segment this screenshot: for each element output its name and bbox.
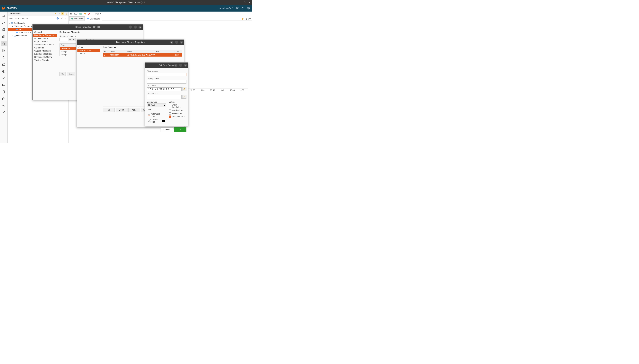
sidebar-network-icon[interactable] [1,68,6,74]
back-icon[interactable] [54,12,57,15]
dlg1-title: Object Properties - HP iLO [75,26,100,28]
filter-clear-icon[interactable] [64,17,68,20]
dlg1-maximize[interactable]: □ [134,26,137,28]
chk-raw[interactable] [169,112,171,114]
dlg2-add-button[interactable]: Add... [128,108,140,112]
popout-icon[interactable] [248,18,251,20]
dlg1-minimize[interactable]: ‒ [129,26,132,28]
os-minimize-button[interactable] [238,1,241,4]
sidebar-map-icon[interactable] [1,34,6,40]
grid-icon[interactable] [79,12,82,15]
sidebar-monitor-icon[interactable] [1,82,6,88]
radio-custom-color[interactable] [148,120,150,122]
svg-rect-47 [80,13,82,14]
type-row-gauge-1[interactable]: Gauge [60,50,76,53]
chk-multiple-match[interactable] [169,116,171,118]
numcol-minus[interactable]: − [68,38,72,42]
dlg2-minimize[interactable]: ‒ [170,41,173,44]
sidebar-gear-icon[interactable] [1,103,6,108]
filter-info-icon[interactable]: i [56,17,59,20]
dlg1-nav-comments[interactable]: Comments [33,46,57,49]
type-row-line-chart[interactable]: Line chart [60,47,76,50]
type-header: Type [60,44,76,47]
sidebar-exit-icon[interactable] [1,110,6,115]
dlg2-close[interactable]: ✕ [180,41,183,44]
user-label: admin@::1 [222,7,233,10]
dlg2-up-button[interactable]: Up [103,108,115,112]
delete-icon[interactable] [88,12,91,15]
sidebar-cloud-icon[interactable] [1,20,6,26]
dlg3-close[interactable]: ✕ [184,64,187,67]
sidebar-tools-icon[interactable] [1,96,6,102]
os-maximize-button[interactable] [243,1,246,4]
dlg2-nav-data-sources[interactable]: Data Sources [78,49,100,52]
numcol-input[interactable] [60,38,68,42]
dlg2-down-button[interactable]: Down [116,108,128,112]
dlg3-ok-button[interactable]: OK [174,128,186,132]
sidebar-dashboard-icon[interactable] [1,41,6,46]
dci-name-picker[interactable] [182,87,186,91]
dlg1-nav-general[interactable]: General [33,31,57,34]
sidebar-mobile-icon[interactable] [1,89,6,95]
display-format-input[interactable] [147,80,186,84]
svg-point-10 [238,8,238,8]
dlg3-cancel-button[interactable]: Cancel [160,128,173,132]
color-swatch[interactable] [162,120,165,122]
sidebar-chart-icon[interactable] [1,75,6,81]
display-type-select[interactable]: Default [147,103,166,107]
dci-name-input[interactable] [147,88,182,91]
tab-overview[interactable]: Overview [69,16,85,20]
sidebar-library-icon[interactable] [1,48,6,53]
dlg1-nav-auto-bind[interactable]: Automatic Bind Rules [33,43,57,46]
svg-point-12 [243,8,243,9]
poll-menu[interactable]: Poll ▾ [96,12,101,15]
sidebar-alarms-icon[interactable] [1,13,6,19]
info-icon[interactable] [247,6,250,10]
dlg3-maximize[interactable]: □ [179,64,182,67]
connection-indicator[interactable]: ::1 [214,7,216,10]
dlg1-nav-resp-users[interactable]: Responsible Users [33,56,57,59]
chk-thresholds[interactable] [169,105,171,107]
dlg1-close[interactable]: ✕ [138,26,142,28]
dlg2-nav-layout[interactable]: Layout [78,52,100,55]
dlg2-title: Dashboard Element Properties [116,41,144,44]
refresh-icon[interactable] [65,12,68,15]
export-icon[interactable] [83,12,86,15]
dlg1-nav-custom-attrs[interactable]: Custom Attributes [33,49,57,52]
radio-auto-color[interactable] [148,114,150,116]
dlg1-up-button[interactable]: Up [60,72,66,76]
user-menu[interactable]: admin@::1 [219,7,233,10]
dlg1-nav-ext-res[interactable]: External Resources [33,52,57,56]
app-logo: NetXMS [2,6,17,10]
save-icon[interactable] [242,18,245,20]
type-row-gauge-2[interactable]: Gauge [60,53,76,56]
dlg1-nav-access-control[interactable]: Access Control [33,37,57,40]
display-name-input[interactable] [147,72,186,76]
sidebar-tag-icon[interactable] [1,55,6,60]
filter-input[interactable] [15,17,55,20]
help-icon[interactable] [241,6,244,10]
tab-dashboard[interactable]: Dashboard [85,17,102,21]
filter-edit-icon[interactable] [60,17,63,20]
numcol-plus[interactable]: + [72,38,76,42]
dci-desc-input[interactable] [147,95,182,99]
svg-rect-29 [2,98,5,100]
pin-icon[interactable] [245,18,248,20]
dlg1-down-button[interactable]: Down [67,72,75,76]
dlg1-nav-trusted[interactable]: Trusted Objects [33,59,57,62]
chk-invert[interactable] [169,109,171,112]
filter-toggle-icon[interactable] [61,12,64,15]
dlg2-nav-chart[interactable]: Chart [78,46,100,49]
sidebar-business-icon[interactable] [1,62,6,67]
settings-icon[interactable] [236,6,239,10]
cell-metric: .1.3.6.1.4.1.232.6.2.9.3.1.7.0.* [126,53,154,56]
dlg2-maximize[interactable]: □ [175,41,178,44]
dlg1-nav-object-context[interactable]: Object Context [33,40,57,43]
forward-icon[interactable] [58,12,60,15]
os-close-button[interactable] [248,1,250,4]
dci-desc-picker[interactable] [182,95,186,99]
dlg3-minimize[interactable]: ‒ [174,64,178,67]
dlg1-nav-dashboard-elements[interactable]: Dashboard Elements [33,34,57,37]
sidebar-files-icon[interactable] [1,27,6,32]
ds-row-1[interactable]: 1 <context> .1.3.6.1.4.1.232.6.2.9.3.1.7… [103,53,182,56]
